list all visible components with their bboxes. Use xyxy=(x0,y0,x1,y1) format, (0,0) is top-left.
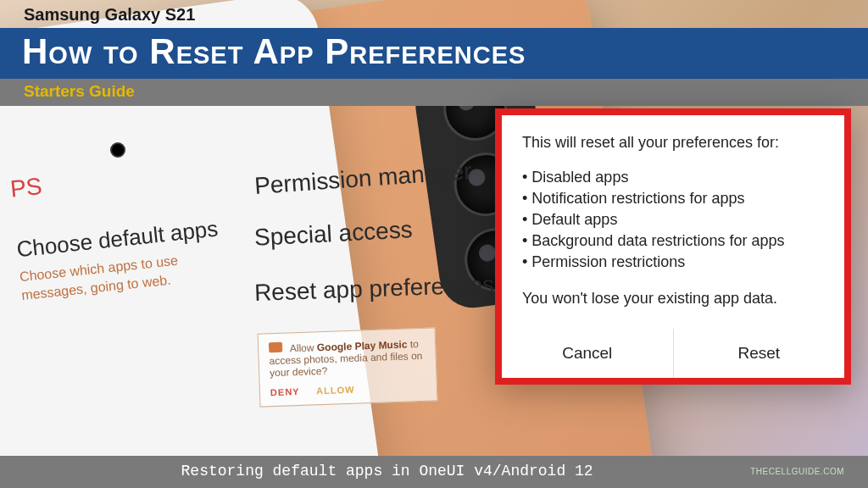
permission-prompt-card: Allow Google Play Music to access photos… xyxy=(258,327,438,407)
dialog-list-item: Default apps xyxy=(522,211,824,229)
header: Samsung Galaxy S21 How to Reset App Pref… xyxy=(0,0,868,106)
dialog-intro: This will reset all your preferences for… xyxy=(522,134,824,152)
device-name: Samsung Galaxy S21 xyxy=(0,0,868,28)
dialog-list-item: Notification restrictions for apps xyxy=(522,190,824,208)
reset-button[interactable]: Reset xyxy=(674,329,845,378)
title-bar: How to Reset App Preferences xyxy=(0,28,868,79)
deny-button[interactable]: DENY xyxy=(270,386,300,397)
subtitle-bar: Starters Guide xyxy=(0,79,868,106)
dialog-note: You won't lose your existing app data. xyxy=(522,290,824,308)
permission-actions: DENY ALLOW xyxy=(270,382,426,397)
left-settings-block: PS Choose default apps Choose which apps… xyxy=(9,155,224,306)
footer-text: Restoring default apps in OneUI v4/Andro… xyxy=(24,463,750,480)
permission-prompt-text: Allow Google Play Music to access photos… xyxy=(269,338,422,379)
cancel-button[interactable]: Cancel xyxy=(502,329,674,378)
reset-preferences-dialog: This will reset all your preferences for… xyxy=(495,108,851,385)
folder-icon xyxy=(269,342,282,353)
footer: Restoring default apps in OneUI v4/Andro… xyxy=(0,456,868,488)
dialog-list-item: Disabled apps xyxy=(522,169,824,186)
dialog-list-item: Permission restrictions xyxy=(522,253,824,271)
page-subtitle: Starters Guide xyxy=(24,82,844,101)
page-title: How to Reset App Preferences xyxy=(22,31,846,72)
dialog-buttons: Cancel Reset xyxy=(502,328,844,378)
front-camera-icon xyxy=(110,142,125,158)
dialog-list: Disabled apps Notification restrictions … xyxy=(522,169,824,271)
footer-site: THECELLGUIDE.COM xyxy=(750,467,844,476)
allow-button[interactable]: ALLOW xyxy=(316,385,355,396)
dialog-list-item: Background data restrictions for apps xyxy=(522,232,824,250)
